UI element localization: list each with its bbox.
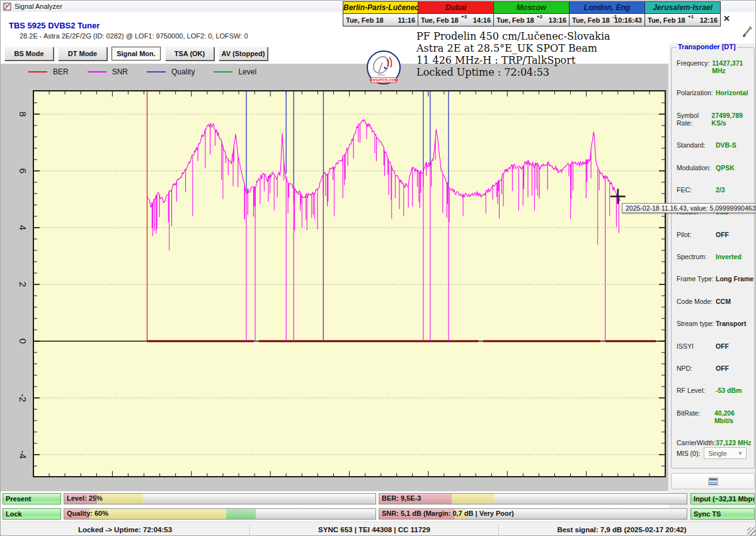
legend-swatch — [28, 71, 47, 73]
transponder-row: ISSYIOFF — [677, 342, 754, 350]
clock-utc-offset: -1 — [612, 14, 617, 20]
transponder-row: Code Mode:CCM — [677, 298, 754, 305]
feed-header-line2: Astra 2E at 28.5°E_UK SPOT Beam — [416, 42, 681, 54]
clock-1: Berlin-Paris-LučenecTue, Feb 1811:16 — [343, 1, 418, 26]
legend-label: Quality — [171, 67, 195, 76]
clock-close-icon[interactable]: ✕ — [723, 14, 730, 23]
transponder-row-label: Stream type: — [677, 320, 716, 327]
mis-row: MIS (0): Single ▼ — [677, 447, 756, 459]
transponder-row-value: 37,123 MHz — [716, 439, 752, 446]
clock-utc-offset: +2 — [537, 14, 542, 20]
transponder-row: BitRate:40,206 Mbit/s — [677, 409, 754, 424]
transponder-row-label: Frame Type: — [677, 275, 716, 283]
svg-text:2: 2 — [18, 282, 28, 287]
quality-meter: Quality: 60% — [64, 508, 376, 520]
transponder-row-label: CarrierWidth: — [677, 439, 716, 446]
transponder-row-label: Symbol Rate: — [677, 112, 711, 127]
clock-city: Jerusalem-Israel — [645, 2, 720, 14]
tab-av-stopped-[interactable]: AV (Stopped) — [219, 47, 268, 61]
clock-date: Tue, Feb 18 — [421, 16, 459, 24]
lock-label: Lock — [6, 510, 22, 518]
dxsatcs-logo: DXSATCS.COM — [366, 50, 401, 85]
transponder-row: Frame Type:Long Frame — [677, 275, 754, 283]
feed-header-line4: Locked Uptime : 72:04:53 — [416, 66, 681, 78]
legend-label: Level — [238, 67, 256, 76]
transponder-row-label: BitRate: — [677, 409, 714, 424]
mode-tabs: BS ModeDT ModeSignal Mon.TSA (OK)AV (Sto… — [4, 47, 268, 61]
tab-signal-mon-[interactable]: Signal Mon. — [112, 47, 161, 61]
clock-city: Berlin-Paris-Lučenec — [343, 2, 418, 14]
stream-list-button[interactable] — [671, 473, 755, 489]
transponder-row-value: CCM — [716, 298, 731, 305]
legend-item-level: Level — [214, 67, 256, 76]
transponder-row: NPD:OFF — [677, 364, 754, 372]
transponder-row-value: DVB-S — [716, 141, 736, 149]
stream-list-icon — [708, 477, 718, 486]
transponder-row-value: OFF — [716, 364, 729, 372]
transponder-panel: Transponder [DT] Frequency:11427,371 MHz… — [669, 44, 756, 521]
mis-label: MIS (0): — [677, 450, 700, 457]
legend-item-ber: BER — [28, 67, 69, 76]
quality-label: Quality: 60% — [67, 510, 108, 517]
clock-city: Dubai — [418, 2, 493, 14]
clock-value: 12:16 — [700, 16, 718, 24]
clock-date: Tue, Feb 18 — [496, 16, 534, 24]
clock-date: Tue, Feb 18 — [648, 16, 685, 24]
transponder-row-label: FEC: — [677, 186, 716, 194]
chart-legend: BERSNRQualityLevel — [28, 67, 256, 76]
transponder-row-label: Polarization: — [677, 89, 716, 96]
clock-city: London, Eng — [570, 2, 644, 14]
clock-value: 14:16 — [473, 16, 491, 24]
clock-time: Tue, Feb 1811:16 — [343, 14, 418, 26]
status-bar: Locked -> Uptime: 72:04:53 SYNC 653 | TE… — [1, 521, 756, 536]
clock-date: Tue, Feb 18 — [346, 16, 384, 24]
legend-item-quality: Quality — [147, 67, 195, 76]
transponder-row: Symbol Rate:27499,789 KS/s — [677, 112, 754, 127]
meter-segment — [452, 494, 495, 504]
transponder-row-value: 11427,371 MHz — [712, 59, 754, 74]
signal-chart[interactable]: -4-202468 — [1, 64, 668, 491]
svg-text:0: 0 — [18, 339, 28, 344]
snr-label: SNR: 5,1 dB (Margin: 0,7 dB | Very Poor) — [382, 510, 514, 517]
meter-segment — [97, 494, 143, 504]
transponder-row: FEC:2/3 — [677, 186, 754, 194]
legend-swatch — [214, 71, 232, 73]
legend-swatch — [147, 71, 166, 73]
transponder-row-label: Frequency: — [677, 59, 712, 74]
transponder-row-value: Long Frame — [716, 275, 753, 283]
meter-segment — [226, 509, 256, 519]
clock-utc-offset: +1 — [688, 14, 694, 20]
app-icon — [3, 3, 11, 11]
signal-analyzer-window: { "window": { "title": "Signal Analyzer"… — [0, 0, 756, 536]
dxsatcs-logo-text: DXSATCS.COM — [370, 78, 398, 82]
legend-swatch — [88, 71, 106, 73]
chevron-down-icon: ▼ — [737, 450, 743, 457]
level-meter: Level: 25% — [64, 493, 376, 504]
transponder-row-label: NPD: — [677, 364, 716, 372]
transponder-row-value: Horizontal — [716, 89, 748, 96]
tab-tsa-ok-[interactable]: TSA (OK) — [165, 47, 214, 61]
transponder-row: Polarization:Horizontal — [677, 89, 754, 96]
status-best-signal: Best signal: 7,9 dB (2025-02-17 20:42) — [499, 526, 745, 533]
transponder-row-value: OFF — [716, 342, 729, 350]
legend-label: SNR — [112, 67, 128, 76]
feed-header-line3: 11 426 MHz-H : TRP/TalkSport — [416, 54, 681, 66]
pencil-icon[interactable] — [742, 25, 754, 38]
clock-5: Jerusalem-IsraelTue, Feb 18+112:16 — [645, 1, 721, 26]
tuner-name: TBS 5925 DVBS2 Tuner — [9, 21, 100, 30]
tuner-detail: 28.2E - Astra 2E/2F/2G (ID: 0282) @ LOF1… — [20, 32, 248, 40]
sync-label: Sync TS — [694, 510, 721, 518]
resize-grip[interactable] — [747, 527, 755, 535]
tab-bs-mode[interactable]: BS Mode — [4, 47, 54, 61]
signal-chart-panel: -4-202468 BERSNRQualityLevel — [1, 64, 668, 491]
snr-meter: SNR: 5,1 dB (Margin: 0,7 dB | Very Poor) — [379, 508, 687, 520]
present-label: Present — [6, 495, 31, 503]
tab-dt-mode[interactable]: DT Mode — [58, 47, 107, 61]
transponder-row-label: ISSYI — [677, 342, 716, 350]
ber-label: BER: 9,5E-3 — [382, 494, 421, 502]
transponder-row-label: Code Mode: — [677, 298, 716, 305]
transponder-row-value: Inverted — [716, 253, 742, 260]
clock-city: Moscow — [494, 2, 569, 14]
mis-select[interactable]: Single ▼ — [704, 447, 747, 459]
transponder-row: Stream type:Transport — [677, 320, 754, 327]
